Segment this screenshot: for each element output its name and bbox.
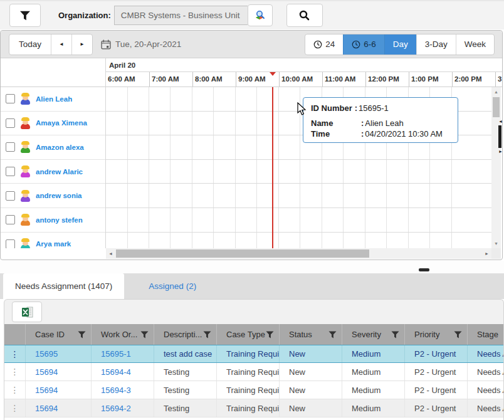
scheduler-toolbar: Today ◄ ► Tue, 20-Apr-2021 24 6-6 Day 3-…	[1, 31, 502, 58]
today-button[interactable]: Today	[9, 34, 51, 55]
vertical-scrollbar[interactable]: ▲ ▼	[491, 87, 501, 248]
work-order-link[interactable]: 15694-2	[101, 404, 131, 413]
collapse-right-icon[interactable]: ►	[498, 149, 503, 154]
grid-row[interactable]: ⋮ 15694 15694-4 Testing Training Requi..…	[4, 363, 503, 381]
scroll-left-icon[interactable]: ◄	[106, 251, 115, 256]
grid-header-status[interactable]: Status	[280, 324, 342, 345]
filter-button[interactable]	[9, 4, 41, 27]
case-id-link[interactable]: 15695	[35, 349, 58, 359]
next-day-button[interactable]: ►	[71, 34, 92, 55]
top-bar: Organization: CMBR Systems - Business Un…	[0, 0, 504, 29]
range-24-label: 24	[325, 39, 335, 49]
current-time-line	[272, 87, 273, 248]
resource-checkbox[interactable]	[6, 191, 15, 201]
resource-name[interactable]: antony stefen	[36, 216, 83, 224]
grid-header-case-type[interactable]: Case Type	[217, 324, 280, 345]
time-slot: 11:00 AM	[322, 72, 365, 87]
resource-checkbox[interactable]	[6, 167, 15, 176]
resource-checkbox[interactable]	[6, 239, 15, 248]
advanced-search-button[interactable]	[248, 4, 273, 26]
search-button[interactable]	[286, 4, 323, 27]
horizontal-scrollbar[interactable]: ◄ ►	[106, 248, 491, 259]
filter-funnel-icon[interactable]	[78, 331, 86, 339]
range-24-button[interactable]: 24	[305, 34, 343, 55]
scroll-down-icon[interactable]: ▼	[491, 239, 501, 248]
horizontal-splitter-grip[interactable]	[419, 268, 429, 271]
resource-checkbox[interactable]	[6, 215, 15, 224]
resource-name[interactable]: Alien Leah	[36, 95, 72, 103]
collapse-left-icon[interactable]: ◄	[498, 119, 503, 124]
row-drag-handle-icon[interactable]: ⋮	[4, 345, 26, 362]
current-date[interactable]: Tue, 20-Apr-2021	[101, 39, 181, 50]
view-3day-button[interactable]: 3-Day	[416, 34, 456, 55]
case-id-link[interactable]: 15694	[35, 404, 58, 413]
grid-header-case-id[interactable]: Case ID	[26, 324, 92, 345]
range-6-6-button[interactable]: 6-6	[343, 34, 384, 55]
view-3day-label: 3-Day	[425, 39, 448, 49]
filter-funnel-icon[interactable]	[328, 331, 337, 339]
status-cell: New	[280, 363, 342, 381]
resource-name[interactable]: Amazon alexa	[36, 144, 84, 151]
resource-name[interactable]: andrew Alaric	[36, 168, 83, 176]
vertical-scrollbar-thumb[interactable]	[493, 97, 500, 117]
tab-assigned[interactable]: Assigned (2)	[137, 273, 208, 299]
case-id-link[interactable]: 15694	[35, 367, 58, 377]
grid-header-stage[interactable]: Stage	[468, 324, 504, 345]
resource-row: antony stefen	[1, 208, 105, 233]
row-drag-handle-icon[interactable]: ⋮	[4, 381, 26, 399]
stage-cell: Needs Ass	[468, 363, 504, 381]
organization-label: Organization:	[58, 11, 111, 20]
funnel-icon	[19, 11, 31, 21]
side-splitter[interactable]: ◄ ►	[498, 119, 504, 154]
work-order-link[interactable]: 15694-3	[101, 386, 131, 395]
appointment-tooltip: ID Number : 15695-1 Name : Alien Leah Ti…	[303, 97, 458, 143]
resource-checkbox[interactable]	[6, 142, 15, 152]
horizontal-scrollbar-thumb[interactable]	[116, 249, 369, 258]
resource-row: Alien Leah	[1, 87, 105, 112]
row-drag-handle-icon[interactable]: ⋮	[4, 363, 26, 381]
grid-header-work-order[interactable]: Work Or...	[92, 324, 154, 345]
grid-row[interactable]: ⋮ 15694 15694-3 Testing Training Requi..…	[4, 381, 503, 399]
excel-icon	[21, 307, 33, 318]
scroll-right-icon[interactable]: ►	[482, 251, 491, 256]
filter-funnel-icon[interactable]	[454, 331, 462, 339]
resource-name[interactable]: Arya mark	[36, 240, 71, 248]
priority-cell: P2 - Urgent	[405, 363, 468, 381]
work-order-link[interactable]: 15695-1	[101, 349, 131, 359]
grid-header-severity[interactable]: Severity	[342, 324, 405, 345]
prev-day-button[interactable]: ◄	[51, 34, 71, 55]
filter-funnel-icon[interactable]	[391, 331, 399, 339]
tab-needs-assignment[interactable]: Needs Assignment (1407)	[3, 273, 124, 299]
export-excel-button[interactable]	[12, 302, 42, 322]
resource-name[interactable]: andrew sonia	[36, 192, 82, 199]
stage-cell: Needs Ass	[468, 381, 504, 399]
grid-header-description[interactable]: Descripti...	[154, 324, 217, 345]
resource-row: andrew Alaric	[1, 160, 105, 184]
case-type-cell: Training Requi...	[217, 399, 280, 417]
grid-row-selected[interactable]: ⋮ 15695 15695-1 test add case Training R…	[4, 345, 503, 363]
worker-avatar-icon	[19, 93, 31, 105]
organization-input[interactable]: CMBR Systems - Business Unit	[114, 6, 248, 25]
severity-cell: Medium	[342, 381, 405, 399]
scheduler-corner	[1, 58, 106, 87]
view-day-button[interactable]: Day	[384, 34, 416, 55]
grid-row[interactable]: ⋮ 15694 15694-2 Testing Training Requi..…	[4, 399, 503, 417]
row-drag-handle-icon[interactable]: ⋮	[4, 399, 26, 417]
grid-header-handle	[4, 324, 26, 345]
splitter-grip[interactable]	[498, 125, 501, 148]
case-id-link[interactable]: 15694	[35, 386, 58, 395]
priority-cell: P2 - Urgent	[405, 381, 468, 399]
scroll-up-icon[interactable]: ▲	[491, 87, 501, 97]
resource-name[interactable]: Amaya Ximena	[36, 119, 87, 127]
filter-funnel-icon[interactable]	[140, 331, 149, 339]
resource-checkbox[interactable]	[6, 118, 15, 128]
resource-checkbox[interactable]	[6, 94, 15, 103]
clock-icon	[352, 40, 360, 49]
description-cell: Testing	[154, 381, 217, 399]
date-nav-group: Today ◄ ►	[9, 34, 93, 55]
grid-header-priority[interactable]: Priority	[405, 324, 468, 345]
work-order-link[interactable]: 15694-4	[101, 367, 131, 377]
view-week-button[interactable]: Week	[456, 34, 494, 55]
filter-funnel-icon[interactable]	[203, 331, 211, 339]
filter-funnel-icon[interactable]	[266, 331, 274, 339]
